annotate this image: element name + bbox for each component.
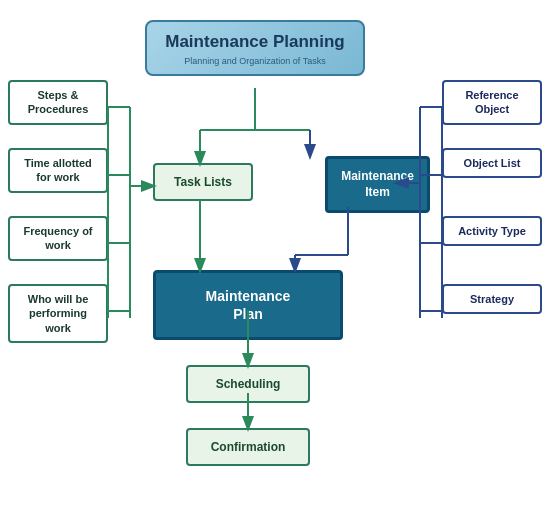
- strategy-box: Strategy: [442, 284, 542, 314]
- sub-title: Planning and Organization of Tasks: [155, 56, 355, 66]
- maintenance-plan-box: MaintenancePlan: [153, 270, 343, 340]
- task-lists-box: Task Lists: [153, 163, 253, 201]
- confirmation-label: Confirmation: [211, 440, 286, 454]
- main-title: Maintenance Planning: [155, 32, 355, 52]
- diagram-container: Maintenance Planning Planning and Organi…: [0, 0, 550, 531]
- steps-procedures-box: Steps &Procedures: [8, 80, 108, 125]
- title-box: Maintenance Planning Planning and Organi…: [145, 20, 365, 76]
- reference-object-box: ReferenceObject: [442, 80, 542, 125]
- maintenance-item-box: MaintenanceItem: [325, 156, 430, 213]
- confirmation-box: Confirmation: [186, 428, 310, 466]
- activity-type-box: Activity Type: [442, 216, 542, 246]
- scheduling-label: Scheduling: [216, 377, 281, 391]
- task-lists-label: Task Lists: [174, 175, 232, 189]
- frequency-work-box: Frequency ofwork: [8, 216, 108, 261]
- object-list-box: Object List: [442, 148, 542, 178]
- scheduling-box: Scheduling: [186, 365, 310, 403]
- time-allotted-box: Time allottedfor work: [8, 148, 108, 193]
- who-performing-box: Who will beperformingwork: [8, 284, 108, 343]
